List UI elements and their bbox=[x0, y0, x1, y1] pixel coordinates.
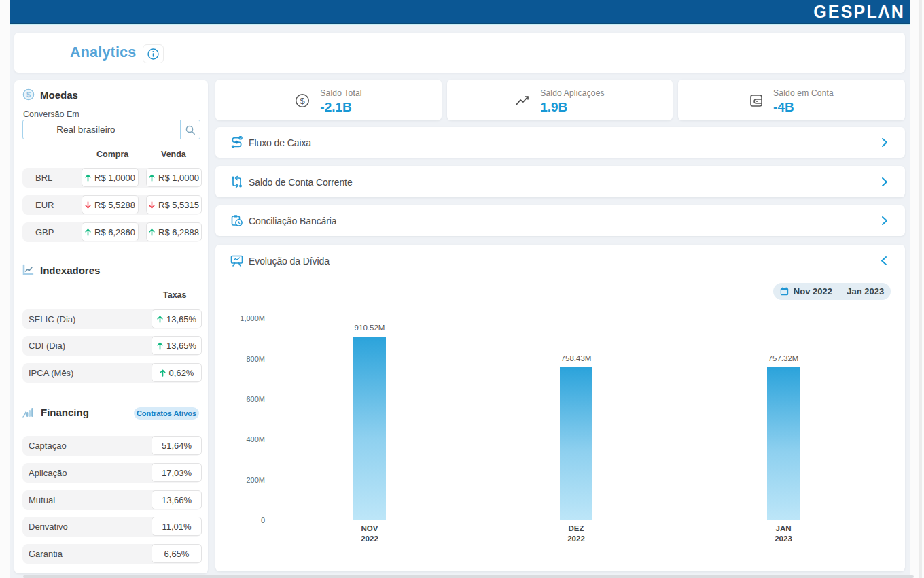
svg-text:$: $ bbox=[300, 96, 306, 106]
svg-text:$: $ bbox=[26, 90, 31, 99]
